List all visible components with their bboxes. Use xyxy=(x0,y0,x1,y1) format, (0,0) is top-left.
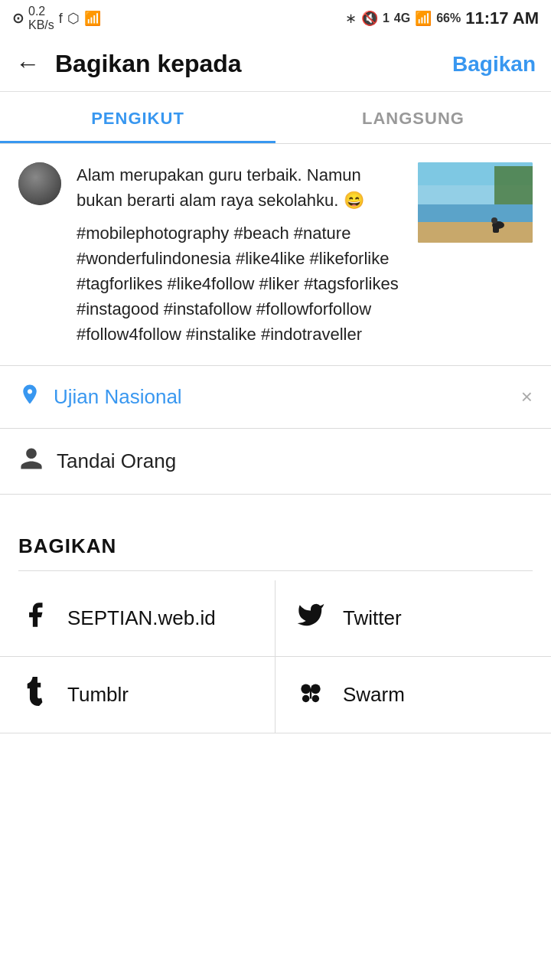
facebook-icon xyxy=(18,600,52,636)
post-hashtags: #mobilephotography #beach #nature #wonde… xyxy=(77,220,406,347)
network-4g: 4G xyxy=(394,11,410,25)
svg-point-9 xyxy=(311,684,321,694)
twitter-label: Twitter xyxy=(343,606,402,630)
tag-people-row[interactable]: Tandai Orang xyxy=(0,429,551,495)
svg-rect-4 xyxy=(418,222,533,243)
signal-icon: 📶 xyxy=(415,10,432,27)
share-item-twitter[interactable]: Twitter xyxy=(276,580,551,657)
page-title: Bagikan kepada xyxy=(55,50,452,78)
share-item-swarm[interactable]: Swarm xyxy=(276,657,551,733)
facebook-label: SEPTIAN.web.id xyxy=(67,606,216,630)
avatar-image xyxy=(18,162,61,205)
bbm-icon: ⬡ xyxy=(67,10,80,27)
post-text-content: Alam merupakan guru terbaik. Namun bukan… xyxy=(77,162,406,347)
svg-rect-3 xyxy=(494,166,533,204)
wifi-icon: 📶 xyxy=(84,10,101,27)
line-icon: ⊙ xyxy=(12,10,24,27)
tag-person-icon xyxy=(18,446,44,477)
back-button[interactable]: ← xyxy=(15,50,40,78)
post-caption: Alam merupakan guru terbaik. Namun bukan… xyxy=(77,162,406,213)
location-close-button[interactable]: × xyxy=(521,385,533,409)
post-preview: Alam merupakan guru terbaik. Namun bukan… xyxy=(0,144,551,366)
svg-point-11 xyxy=(312,695,320,703)
svg-point-10 xyxy=(302,695,310,703)
share-section-header: BAGIKAN xyxy=(0,513,551,580)
tab-pengikut[interactable]: PENGIKUT xyxy=(0,92,276,143)
tab-langsung[interactable]: LANGSUNG xyxy=(276,92,551,143)
share-grid: SEPTIAN.web.id Twitter Tumblr xyxy=(0,580,551,733)
share-action-button[interactable]: Bagikan xyxy=(452,52,536,77)
tumblr-label: Tumblr xyxy=(67,683,129,707)
location-row[interactable]: Ujian Nasional × xyxy=(0,366,551,429)
svg-rect-2 xyxy=(418,204,533,224)
tumblr-icon xyxy=(18,677,52,713)
location-icon xyxy=(18,383,41,411)
location-name: Ujian Nasional xyxy=(54,385,509,409)
header: ← Bagikan kepada Bagikan xyxy=(0,37,551,92)
swarm-icon xyxy=(294,677,328,713)
status-time: 11:17 AM xyxy=(465,8,539,28)
post-thumbnail-svg xyxy=(418,162,533,243)
share-item-tumblr[interactable]: Tumblr xyxy=(0,657,276,733)
tabs-bar: PENGIKUT LANGSUNG xyxy=(0,92,551,144)
mute-icon: 🔇 xyxy=(361,10,378,27)
spacer xyxy=(0,495,551,513)
battery-percent: 66% xyxy=(436,11,461,25)
fb-icon: f xyxy=(59,11,63,27)
status-bar: ⊙ 0.2KB/s f ⬡ 📶 ∗ 🔇 1 4G 📶 66% 11:17 AM xyxy=(0,0,551,37)
status-bar-left-icons: ⊙ 0.2KB/s f ⬡ 📶 xyxy=(12,5,101,32)
post-thumbnail xyxy=(418,162,533,243)
share-divider xyxy=(18,570,533,571)
svg-point-8 xyxy=(301,684,311,694)
bluetooth-icon: ∗ xyxy=(345,10,357,27)
share-section-title: BAGIKAN xyxy=(18,534,533,558)
kb-icon: 0.2KB/s xyxy=(28,5,54,32)
sim-number: 1 xyxy=(383,11,390,25)
avatar xyxy=(18,162,61,205)
status-bar-right-icons: ∗ 🔇 1 4G 📶 66% 11:17 AM xyxy=(345,8,539,28)
swarm-label: Swarm xyxy=(343,683,405,707)
tag-people-label: Tandai Orang xyxy=(57,449,176,473)
share-item-facebook[interactable]: SEPTIAN.web.id xyxy=(0,580,276,657)
avatar-wrap xyxy=(18,162,64,347)
twitter-icon xyxy=(294,600,328,636)
svg-rect-7 xyxy=(493,224,499,233)
svg-point-6 xyxy=(491,217,497,224)
